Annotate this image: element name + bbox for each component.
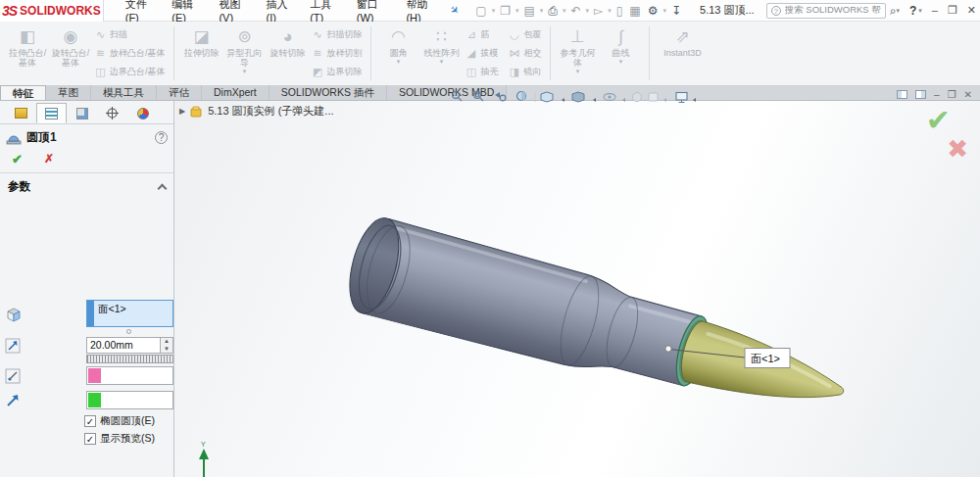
new-document-caret[interactable]: ▾ [491, 7, 497, 15]
tab-solidworks-addins[interactable]: SOLIDWORKS 插件 [270, 85, 387, 100]
dome-preview[interactable] [676, 318, 852, 421]
mirror-button[interactable]: ◨镜向 [507, 64, 544, 80]
doc-minimize-button[interactable]: – [934, 89, 940, 100]
save-icon[interactable]: ▤ [520, 4, 537, 18]
pm-ok-button[interactable]: ✔ [12, 152, 23, 167]
pin-menu-icon[interactable]: ✈ [447, 3, 463, 19]
graphics-viewport[interactable]: – ❐ ✕ ▶ 5.13 圆顶实例 (子弹头建... ✔ ✖ [174, 101, 980, 477]
hole-wizard-caret[interactable]: ▾ [243, 68, 247, 75]
extruded-cut-button[interactable]: ◪拉伸切除 [180, 24, 223, 84]
revolved-boss-button[interactable]: ◉旋转凸台/基体 [49, 24, 92, 84]
select-icon[interactable]: ▻ [591, 4, 606, 18]
linear-pattern-button[interactable]: ∷线性阵列▾ [420, 24, 464, 84]
doc-restore-button[interactable]: ❐ [948, 89, 956, 100]
pm-cancel-button[interactable]: ✗ [44, 152, 54, 167]
open-document-caret[interactable]: ▾ [514, 7, 520, 15]
y-axis-arrow-icon [199, 449, 209, 459]
select-caret[interactable]: ▾ [607, 7, 612, 15]
rib-icon: ⊿ [466, 28, 478, 41]
extruded-boss-button[interactable]: ◧拉伸凸台/基体 [6, 24, 49, 84]
restore-button[interactable]: ❐ [948, 4, 957, 17]
elliptical-dome-checkbox[interactable]: ✓ [84, 415, 96, 427]
propertymanager-tab[interactable] [36, 103, 67, 123]
pm-help-icon[interactable]: ? [155, 131, 168, 144]
boundary-cut-button[interactable]: ◩边界切除 [310, 64, 365, 80]
featuremanager-tree-tab[interactable] [6, 103, 36, 123]
boundary-cut-icon: ◩ [312, 66, 324, 78]
tab-evaluate[interactable]: 评估 [157, 85, 202, 100]
help-caret[interactable]: ▾ [918, 7, 922, 15]
doc-close-button[interactable]: ✕ [964, 89, 972, 100]
curves-caret[interactable]: ▾ [619, 58, 623, 66]
displaymanager-tab[interactable] [127, 103, 158, 123]
save-caret[interactable]: ▾ [539, 7, 545, 15]
lofted-cut-button[interactable]: ≋放样切割 [310, 45, 365, 62]
cartridge-model[interactable] [341, 213, 857, 439]
tab-mold-tools[interactable]: 模具工具 [91, 85, 157, 100]
pane-left-icon[interactable] [897, 90, 907, 99]
swept-cut-button[interactable]: ∿扫描切除 [310, 26, 365, 43]
revolved-cut-button[interactable]: ◕旋转切除 [267, 24, 310, 84]
intersect-icon: ⋈ [509, 47, 521, 60]
constraint-point-box[interactable] [86, 366, 173, 385]
document-title: 5.13 圆顶... [700, 3, 755, 18]
spinner-down-icon[interactable]: ▼ [161, 346, 172, 354]
distance-input[interactable]: 20.00mm [86, 337, 161, 354]
direction-box[interactable] [86, 391, 173, 409]
pane-right-icon[interactable] [915, 90, 926, 99]
swept-boss-button[interactable]: ∿扫描 [92, 26, 168, 43]
search-magnifier-icon[interactable]: ⌕ [890, 4, 897, 18]
window-controls: – ❐ ✕ [932, 4, 980, 17]
distance-spinner[interactable]: ▲▼ [160, 337, 173, 354]
help-question-icon: ? [771, 6, 781, 16]
listbox-resize-handle[interactable] [126, 329, 131, 334]
hole-wizard-icon: ⊚ [237, 26, 251, 48]
undo-icon[interactable]: ↶ [567, 4, 583, 18]
boundary-boss-button[interactable]: ◫边界凸台/基体 [92, 64, 168, 80]
open-document-icon[interactable]: ❐ [497, 4, 514, 18]
reference-geometry-button[interactable]: ⊥参考几何体▾ [557, 24, 600, 84]
linear-pattern-caret[interactable]: ▾ [440, 58, 444, 66]
search-caret[interactable]: ▾ [896, 7, 900, 15]
options-caret[interactable]: ▾ [662, 7, 667, 15]
shell-button[interactable]: ◫抽壳 [464, 64, 501, 80]
wrap-button[interactable]: ◡包覆 [507, 26, 544, 43]
rib-button[interactable]: ⊿筋 [464, 26, 501, 43]
hole-wizard-button[interactable]: ⊚异型孔向导▾ [223, 24, 267, 84]
curves-button[interactable]: ∫曲线▾ [600, 24, 643, 84]
draft-button[interactable]: ◢拔模 [464, 45, 501, 62]
instant3d-button[interactable]: ⇗Instant3D [656, 24, 710, 84]
lofted-boss-button[interactable]: ≋放样凸台/基体 [92, 45, 168, 62]
print-caret[interactable]: ▾ [562, 7, 567, 15]
tab-dimxpert[interactable]: DimXpert [202, 85, 270, 100]
fillet-caret[interactable]: ▾ [397, 58, 401, 66]
reference-geometry-caret[interactable]: ▾ [576, 68, 580, 75]
face-selection-listbox[interactable]: 面<1> [86, 300, 173, 327]
magnify-icon[interactable]: ▯ [613, 4, 626, 18]
close-button[interactable]: ✕ [967, 4, 976, 17]
parameters-section-header[interactable]: 参数 [0, 173, 173, 198]
show-preview-checkbox[interactable]: ✓ [84, 433, 96, 445]
help-search-box[interactable]: ? 搜索 SOLIDWORKS 帮助 [766, 3, 886, 19]
title-bar: 3S SOLIDWORKS 文件(F) 编辑(E) 视图(V) 插入(I) 工具… [0, 0, 980, 22]
minimize-button[interactable]: – [932, 4, 938, 17]
configurationmanager-tab[interactable] [67, 103, 97, 123]
help-menu-button[interactable]: ? [909, 4, 916, 18]
publish-icon[interactable]: ↧ [668, 4, 684, 18]
new-document-icon[interactable]: ▢ [472, 4, 489, 18]
print-icon[interactable]: ⎙ [545, 4, 561, 18]
direction-icon [5, 393, 21, 408]
evaluate-table-icon[interactable]: ▦ [626, 4, 643, 18]
tab-features[interactable]: 特征 [0, 85, 46, 100]
fillet-button[interactable]: ◠圆角▾ [377, 24, 420, 84]
distance-thumbwheel[interactable] [86, 355, 173, 363]
dimxpertmanager-tab[interactable] [97, 103, 127, 123]
configurationmanager-icon [76, 108, 88, 119]
undo-caret[interactable]: ▾ [584, 7, 590, 15]
tab-sketch[interactable]: 草图 [46, 85, 91, 100]
spinner-up-icon[interactable]: ▲ [161, 338, 172, 346]
command-manager-ribbon: ◧拉伸凸台/基体 ◉旋转凸台/基体 ∿扫描 ≋放样凸台/基体 ◫边界凸台/基体 … [0, 22, 980, 86]
intersect-button[interactable]: ⋈相交 [507, 45, 544, 62]
options-gear-icon[interactable]: ⚙ [645, 4, 662, 18]
bullet-model-canvas[interactable]: 面<1> Y [174, 101, 980, 477]
